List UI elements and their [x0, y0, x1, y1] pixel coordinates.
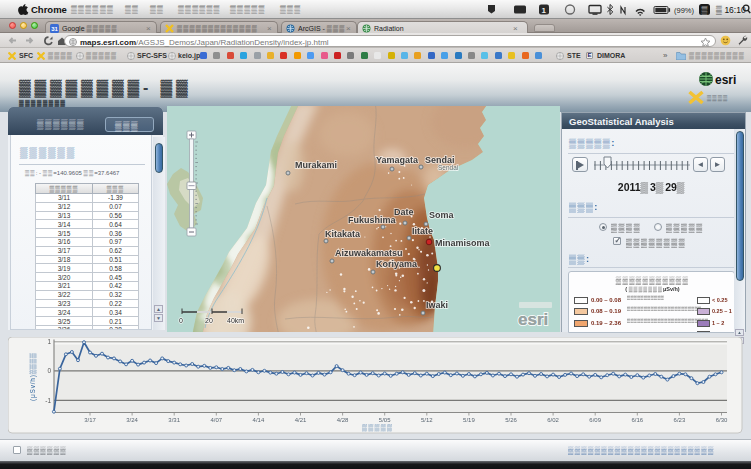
svg-text:31: 31 [51, 26, 58, 32]
svg-text:Murakami: Murakami [295, 160, 337, 170]
svg-text:5/05: 5/05 [379, 417, 391, 423]
svg-text:Iitate: Iitate [412, 226, 433, 236]
svg-text:(99%): (99%) [674, 6, 695, 15]
svg-text:esri: esri [518, 310, 548, 329]
svg-text:5/12: 5/12 [421, 417, 433, 423]
svg-text:6/09: 6/09 [589, 417, 601, 423]
svg-text:4/21: 4/21 [295, 417, 307, 423]
svg-text:Soma: Soma [429, 210, 455, 220]
svg-text:Kitakata: Kitakata [325, 229, 361, 239]
svg-text:Iwaki: Iwaki [426, 300, 448, 310]
svg-text:6/02: 6/02 [547, 417, 559, 423]
svg-text:40km: 40km [227, 317, 244, 324]
svg-text:6/30: 6/30 [716, 417, 728, 423]
svg-text:Minamisoma: Minamisoma [435, 238, 491, 248]
svg-text:Date: Date [394, 207, 414, 217]
svg-text:(μSv/h)▒▒▒▒: (μSv/h)▒▒▒▒ [29, 353, 37, 401]
svg-text:0: 0 [47, 367, 51, 374]
svg-text:▒: ▒ [702, 6, 708, 15]
svg-text:4/28: 4/28 [337, 417, 349, 423]
svg-text:5/19: 5/19 [463, 417, 475, 423]
svg-text:Fukushima: Fukushima [348, 215, 397, 225]
svg-text:3/17: 3/17 [84, 417, 96, 423]
svg-text:1: 1 [542, 6, 547, 15]
svg-text:20: 20 [205, 317, 213, 324]
svg-text:6/16: 6/16 [631, 417, 643, 423]
svg-text:Yamagata: Yamagata [376, 155, 419, 165]
svg-text:0: 0 [179, 317, 183, 324]
svg-text:esri: esri [715, 73, 736, 87]
svg-text:Aizuwakamatsu: Aizuwakamatsu [335, 248, 403, 258]
svg-text:4/07: 4/07 [210, 417, 222, 423]
svg-text:Koriyama: Koriyama [376, 259, 418, 269]
svg-text:Sendai: Sendai [438, 164, 458, 171]
svg-text:-1: -1 [45, 397, 51, 404]
svg-text:3/31: 3/31 [168, 417, 180, 423]
svg-text:5/26: 5/26 [505, 417, 517, 423]
svg-text:6/23: 6/23 [674, 417, 686, 423]
svg-text:4/14: 4/14 [253, 417, 265, 423]
svg-text:1: 1 [47, 338, 51, 345]
svg-text:3/24: 3/24 [126, 417, 138, 423]
